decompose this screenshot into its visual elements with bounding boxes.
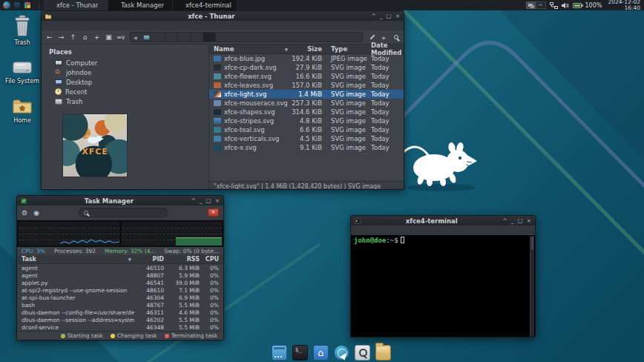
split-view-icon[interactable]: ▣ bbox=[104, 33, 114, 42]
column-size[interactable]: Size bbox=[291, 45, 325, 53]
tasklist-button[interactable]: xfce - Thunar bbox=[44, 0, 108, 10]
sidebar-item-trash[interactable]: Trash bbox=[42, 96, 208, 106]
file-name-cell: xfce-leaves.svg bbox=[209, 82, 291, 89]
packages-launcher-icon[interactable] bbox=[24, 1, 31, 9]
network-icon[interactable] bbox=[550, 2, 558, 9]
process-row[interactable]: dconf-service 46348 5.5 MiB 0% bbox=[17, 323, 223, 331]
pathbar-crumb[interactable] bbox=[191, 33, 203, 42]
view-menu-icon[interactable]: ≡∨ bbox=[116, 33, 125, 42]
volume-icon[interactable] bbox=[562, 2, 569, 9]
pathbar-crumb[interactable] bbox=[178, 33, 191, 42]
close-button[interactable]: × bbox=[527, 218, 531, 224]
clock[interactable]: 2024-12-02 16:40 bbox=[605, 0, 640, 11]
terminal-titlebar[interactable]: xfce4-terminal ^ _ □ × bbox=[351, 216, 535, 226]
pathbar-root-icon[interactable] bbox=[143, 35, 150, 40]
pathbar-crumb[interactable] bbox=[153, 33, 165, 42]
terminal-content[interactable]: john@doe:~$ bbox=[351, 235, 535, 338]
tasklist-button[interactable]: xfce4-terminal bbox=[173, 0, 237, 10]
edit-path-icon[interactable] bbox=[367, 33, 377, 42]
file-row[interactable]: xfce-teal.svg 6.6 KiB SVG image Today bbox=[209, 125, 404, 134]
file-row[interactable]: xfce-cp-dark.svg 27.9 KiB SVG image Toda… bbox=[209, 63, 404, 72]
workspace-2[interactable] bbox=[536, 1, 546, 9]
new-tab-icon[interactable]: + bbox=[92, 33, 102, 42]
search-input[interactable] bbox=[91, 209, 162, 216]
close-button[interactable]: × bbox=[215, 198, 220, 204]
back-icon[interactable]: ← bbox=[45, 33, 54, 42]
about-icon[interactable]: ◉ bbox=[33, 209, 39, 217]
chevron-left-icon[interactable]: ◀ bbox=[131, 35, 140, 40]
thunar-titlebar[interactable]: xfce - Thunar ^ _ □ × bbox=[42, 11, 404, 21]
file-type: SVG image bbox=[325, 108, 367, 116]
shade-button[interactable]: ^ bbox=[191, 198, 196, 204]
maximize-button[interactable]: □ bbox=[518, 218, 523, 224]
minimize-button[interactable]: _ bbox=[380, 13, 383, 19]
process-search[interactable] bbox=[79, 208, 168, 217]
maximize-button[interactable]: □ bbox=[387, 13, 392, 19]
applications-menu-icon[interactable] bbox=[3, 1, 10, 9]
column-rss[interactable]: RSS bbox=[164, 256, 200, 263]
search-icon[interactable] bbox=[391, 33, 401, 42]
sidebar-item-johndoe[interactable]: johndoe bbox=[42, 68, 208, 77]
maximize-button[interactable]: □ bbox=[206, 198, 211, 204]
file-row[interactable]: xfce-stripes.svg 4.8 KiB SVG image Today bbox=[209, 116, 404, 125]
file-row[interactable]: xfce-verticals.svg 4.5 KiB SVG image Tod… bbox=[209, 134, 404, 143]
process-row[interactable]: bash 48767 5.5 MiB 0% bbox=[17, 301, 223, 309]
settings-gear-icon[interactable]: ⚙ bbox=[22, 209, 27, 217]
chevron-right-icon[interactable]: ▶ bbox=[379, 35, 389, 40]
file-row[interactable]: xfce-x.svg 9.1 KiB SVG image Today bbox=[209, 143, 404, 152]
up-icon[interactable]: ↑ bbox=[68, 33, 78, 42]
process-row[interactable]: at-spi2-registryd --use-gnome-session 48… bbox=[17, 286, 223, 294]
file-row[interactable]: xfce-mouserace.svg 257.3 KiB SVG image T… bbox=[209, 99, 404, 108]
forward-icon[interactable]: → bbox=[56, 33, 66, 42]
sidebar-item-desktop[interactable]: Desktop bbox=[42, 77, 208, 87]
process-row[interactable]: agent 46510 6.3 MiB 0% bbox=[17, 264, 223, 272]
desktop-icon-filesystem[interactable]: File System bbox=[4, 59, 40, 85]
app-finder-icon[interactable] bbox=[355, 345, 370, 361]
file-row[interactable]: xfce-blue.jpg 192.4 KiB JPEG image Today bbox=[209, 54, 404, 63]
file-thumbnail-icon bbox=[214, 82, 221, 88]
column-task[interactable]: Task bbox=[17, 256, 134, 263]
pathbar-crumb[interactable] bbox=[203, 33, 216, 42]
file-row[interactable]: xfce-shapes.svg 314.6 KiB SVG image Toda… bbox=[209, 108, 404, 116]
minimize-button[interactable]: _ bbox=[511, 218, 514, 224]
home-icon[interactable]: ⌂ bbox=[80, 33, 90, 42]
column-cpu[interactable]: CPU bbox=[200, 256, 223, 263]
battery-icon[interactable] bbox=[573, 3, 582, 8]
shade-button[interactable]: ^ bbox=[503, 218, 507, 224]
sidebar-item-recent[interactable]: Recent bbox=[42, 87, 208, 96]
desktop-icon-trash[interactable]: Trash bbox=[4, 15, 40, 46]
minimize-button[interactable]: _ bbox=[200, 198, 203, 204]
close-red-icon[interactable] bbox=[208, 208, 219, 217]
column-name[interactable]: Name bbox=[209, 45, 291, 53]
process-row[interactable]: agent 48807 5.9 MiB 0% bbox=[17, 272, 223, 279]
file-manager-icon[interactable] bbox=[375, 345, 391, 361]
file-row[interactable]: xfce-leaves.svg 157.0 KiB SVG image Toda… bbox=[209, 81, 404, 90]
pathbar-crumb[interactable] bbox=[165, 33, 178, 42]
file-name: xfce-cp-dark.svg bbox=[224, 64, 277, 71]
process-row[interactable]: dbus-daemon --session --address=systemd:… bbox=[17, 316, 223, 323]
process-row[interactable]: at-spi-bus-launcher 46304 6.9 MiB 0% bbox=[17, 294, 223, 301]
workspace-1[interactable] bbox=[526, 1, 536, 9]
shade-button[interactable]: ^ bbox=[372, 13, 376, 19]
terminal-launcher-icon[interactable] bbox=[13, 1, 21, 9]
file-thumbnail-icon bbox=[214, 100, 221, 106]
process-row[interactable]: applet.py 46541 39.0 MiB 0% bbox=[17, 279, 223, 286]
tasklist-button-label: Task Manager bbox=[121, 1, 164, 9]
process-row[interactable]: dbus-daemon --config-file=/usr/share/def… bbox=[17, 309, 223, 316]
tasklist-button[interactable]: Task Manager bbox=[108, 0, 173, 10]
workspace-pager[interactable] bbox=[526, 1, 546, 9]
file-row[interactable]: xfce-light.svg 1.4 MiB SVG image Today bbox=[209, 90, 404, 99]
file-row[interactable]: xfce-flower.svg 16.6 KiB SVG image Today bbox=[209, 72, 404, 81]
task-manager-titlebar[interactable]: Task Manager ^ _ □ × bbox=[17, 196, 223, 205]
terminal-icon[interactable] bbox=[292, 345, 308, 361]
web-browser-icon[interactable] bbox=[334, 345, 349, 361]
column-pid[interactable]: PID bbox=[134, 256, 164, 263]
sidebar-item-computer[interactable]: Computer bbox=[42, 58, 208, 68]
terminal-scrollbar[interactable] bbox=[530, 236, 534, 338]
show-desktop-icon[interactable] bbox=[272, 345, 287, 361]
desktop-icon-home[interactable]: Home bbox=[4, 98, 40, 124]
close-button[interactable]: × bbox=[395, 13, 400, 19]
column-type[interactable]: Type bbox=[325, 45, 367, 53]
file-date: Today bbox=[367, 126, 404, 134]
home-folder-icon[interactable] bbox=[313, 345, 329, 361]
